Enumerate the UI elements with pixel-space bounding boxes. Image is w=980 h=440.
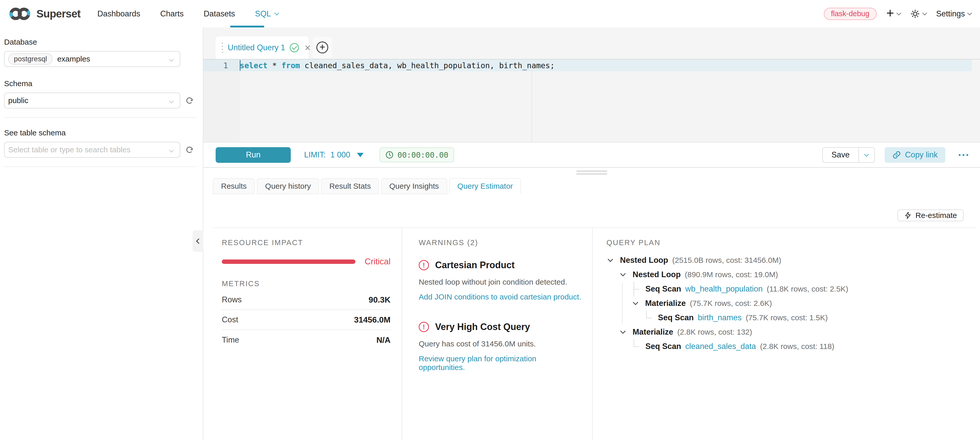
clock-icon <box>385 151 394 159</box>
schema-select[interactable]: public <box>4 92 180 108</box>
nav-item-charts[interactable]: Charts <box>160 9 184 19</box>
chevron-down-icon[interactable] <box>633 300 638 305</box>
drag-handle-icon[interactable] <box>222 43 223 53</box>
chevron-down-icon[interactable] <box>620 328 626 334</box>
nav-item-sql-label: SQL <box>255 9 271 19</box>
close-icon[interactable]: × <box>305 43 310 53</box>
plus-icon: + <box>886 6 894 20</box>
schema-label: Schema <box>4 79 203 88</box>
plan-node-name: Seq Scan <box>645 284 681 294</box>
chevron-down-icon[interactable] <box>620 271 626 276</box>
tab-query-insights[interactable]: Query Insights <box>381 178 447 194</box>
copy-link-button[interactable]: Copy link <box>885 147 946 163</box>
sidebar-collapse-button[interactable] <box>192 230 203 252</box>
nav-item-datasets[interactable]: Datasets <box>204 9 235 19</box>
chevron-down-icon <box>169 57 173 62</box>
main-area: Database postgresql examples Schema publ… <box>0 27 980 440</box>
tab-results[interactable]: Results <box>213 178 255 194</box>
save-options-button[interactable] <box>859 148 874 162</box>
superset-sql-lab: Superset Dashboards Charts Datasets SQL … <box>0 0 980 440</box>
tab-query-history[interactable]: Query history <box>257 178 319 194</box>
tab-query-estimator[interactable]: Query Estimator <box>449 178 521 194</box>
warning-suggestion-link[interactable]: Review query plan for optimization oppor… <box>419 354 582 372</box>
sql-keyword: from <box>282 61 300 70</box>
caret-down-icon <box>357 153 364 157</box>
plan-node[interactable]: Seq Scan cleaned_sales_data (2.8K rows, … <box>606 339 972 354</box>
tree-connector-icon <box>633 283 640 295</box>
new-query-tab-button[interactable]: + <box>313 37 332 58</box>
plus-circle-icon: + <box>317 41 328 53</box>
new-item-menu[interactable]: + <box>886 8 900 20</box>
reestimate-label: Re-estimate <box>915 211 957 220</box>
refresh-schemas-button[interactable] <box>185 97 194 105</box>
tree-connector-icon <box>633 341 640 352</box>
navbar: Superset Dashboards Charts Datasets SQL … <box>0 0 980 27</box>
brand-name: Superset <box>37 8 81 20</box>
plan-node-table-link[interactable]: cleaned_sales_data <box>686 342 756 351</box>
warning-title: Very High Cost Query <box>435 322 530 332</box>
warning-circle-icon <box>419 260 429 270</box>
chevron-down-icon <box>169 98 173 103</box>
warnings-column: WARNINGS (2) Cartesian Product Nested lo… <box>402 228 593 440</box>
plan-node[interactable]: Materialize (2.8K rows, cost: 132) <box>606 325 972 339</box>
settings-menu[interactable]: Settings <box>936 9 971 19</box>
limit-dropdown[interactable]: LIMIT: 1 000 <box>304 150 364 159</box>
warning-title: Cartesian Product <box>435 260 515 270</box>
plan-node[interactable]: Seq Scan birth_names (75.7K rows, cost: … <box>606 311 972 325</box>
sql-text: * <box>267 61 281 70</box>
plan-node[interactable]: Seq Scan wb_health_population (11.8K row… <box>606 282 972 296</box>
warning-suggestion-link[interactable]: Add JOIN conditions to avoid cartesian p… <box>419 292 581 301</box>
result-tab-bar: Results Query history Result Stats Query… <box>203 178 980 194</box>
more-actions-button[interactable] <box>959 154 968 156</box>
metric-row-time: Time N/A <box>222 330 390 350</box>
plan-node-detail: (2.8K rows, cost: 132) <box>678 328 752 337</box>
run-button[interactable]: Run <box>216 147 291 163</box>
plan-node-table-link[interactable]: wb_health_population <box>686 284 763 294</box>
brand[interactable]: Superset <box>9 6 81 21</box>
pane-resize-handle[interactable] <box>576 170 607 175</box>
theme-menu[interactable] <box>910 9 926 19</box>
metric-label: Rows <box>222 295 242 304</box>
chevron-left-icon <box>196 238 201 244</box>
plan-node-table-link[interactable]: birth_names <box>698 313 742 322</box>
estimator-toolbar: Re-estimate <box>203 194 980 228</box>
panel-divider <box>212 227 976 228</box>
plan-node[interactable]: Nested Loop (2515.0B rows, cost: 31456.0… <box>606 253 972 267</box>
query-timer: 00:00:00.00 <box>380 148 454 162</box>
code-line[interactable]: select * from cleaned_sales_data, wb_hea… <box>240 59 972 71</box>
chevron-down-icon <box>896 11 901 15</box>
chevron-down-icon <box>967 11 972 15</box>
plan-node-detail: (75.7K rows, cost: 1.5K) <box>746 313 828 322</box>
metric-value: N/A <box>376 335 390 345</box>
table-select-placeholder: Select table or type to search tables <box>8 145 130 154</box>
reestimate-button[interactable]: Re-estimate <box>897 210 964 221</box>
refresh-tables-button[interactable] <box>185 146 194 154</box>
table-schema-label: See table schema <box>4 129 203 137</box>
table-select[interactable]: Select table or type to search tables <box>4 142 180 158</box>
editor-toolbar: Run LIMIT: 1 000 00:00:00.00 <box>203 142 980 168</box>
plan-node[interactable]: Materialize (75.7K rows, cost: 2.6K) <box>606 296 972 311</box>
sun-icon <box>910 9 920 19</box>
plan-node-name: Nested Loop <box>633 270 681 279</box>
limit-label: LIMIT: <box>304 150 326 159</box>
database-select[interactable]: postgresql examples <box>4 51 180 67</box>
tab-result-stats[interactable]: Result Stats <box>321 178 379 194</box>
query-tab-strip: Untitled Query 1 × + <box>203 27 980 59</box>
chevron-down-icon[interactable] <box>608 256 613 262</box>
nav-item-sql[interactable]: SQL <box>255 9 278 19</box>
timer-value: 00:00:00.00 <box>398 151 449 159</box>
plan-node-name: Materialize <box>645 299 686 308</box>
bolt-icon <box>904 211 912 219</box>
save-split-button: Save <box>822 147 875 163</box>
sql-editor[interactable]: 1 select * from cleaned_sales_data, wb_h… <box>203 59 980 142</box>
save-button[interactable]: Save <box>823 148 859 162</box>
query-tab[interactable]: Untitled Query 1 × <box>216 37 309 59</box>
plan-node-name: Seq Scan <box>658 313 694 322</box>
limit-value: 1 000 <box>330 150 350 159</box>
plan-node[interactable]: Nested Loop (890.9M rows, cost: 19.0M) <box>606 267 972 282</box>
nav-item-dashboards[interactable]: Dashboards <box>97 9 140 19</box>
metric-label: Time <box>222 335 239 345</box>
plan-node-name: Seq Scan <box>645 342 681 351</box>
estimator-columns: RESOURCE IMPACT Critical METRICS Rows 90… <box>203 228 980 440</box>
metrics-title: METRICS <box>222 279 390 288</box>
